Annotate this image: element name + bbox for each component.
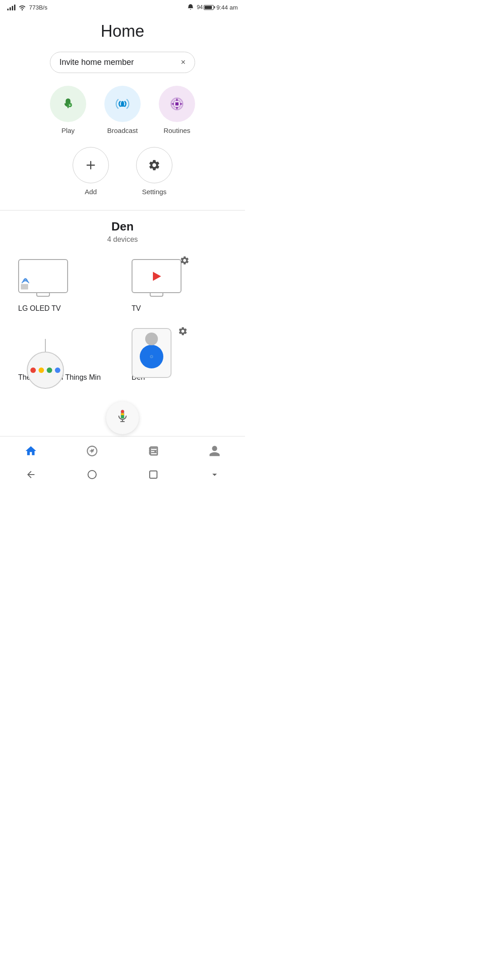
routines-action[interactable]: Routines bbox=[159, 86, 195, 134]
device-tv[interactable]: TV bbox=[122, 255, 236, 323]
nav-home-system[interactable] bbox=[87, 469, 98, 480]
nav-media[interactable] bbox=[138, 443, 169, 459]
mic-area bbox=[0, 402, 245, 434]
broadcast-circle bbox=[104, 86, 141, 122]
settings-action[interactable]: Settings bbox=[136, 147, 172, 196]
device-lg-oled-tv[interactable]: LG OLED TV bbox=[9, 255, 122, 323]
svg-point-19 bbox=[88, 470, 96, 479]
svg-rect-13 bbox=[121, 415, 124, 418]
mic-button[interactable] bbox=[106, 402, 139, 434]
nav-down[interactable] bbox=[209, 469, 220, 480]
signal-icon bbox=[7, 4, 15, 10]
den-icon bbox=[132, 328, 186, 369]
lg-oled-tv-icon bbox=[18, 259, 73, 300]
device-grid: LG OLED TV TV bbox=[0, 255, 245, 392]
room-section: Den 4 devices bbox=[0, 220, 245, 244]
section-divider bbox=[0, 210, 245, 211]
svg-rect-20 bbox=[150, 471, 157, 478]
play-label: Play bbox=[61, 127, 74, 134]
status-right: 94 9:44 am bbox=[187, 4, 238, 11]
invite-close-icon[interactable]: × bbox=[181, 58, 186, 67]
time: 9:44 am bbox=[216, 4, 238, 11]
lg-oled-tv-label: LG OLED TV bbox=[18, 304, 61, 313]
tv-icon bbox=[132, 259, 186, 300]
den-gear-icon bbox=[178, 326, 188, 336]
invite-pill-label: Invite home member bbox=[59, 58, 176, 67]
routines-label: Routines bbox=[163, 127, 190, 134]
svg-rect-12 bbox=[121, 413, 124, 416]
battery-icon: 94 bbox=[197, 4, 214, 10]
svg-rect-5 bbox=[21, 284, 28, 289]
nav-recents[interactable] bbox=[148, 469, 159, 480]
add-action[interactable]: Add bbox=[73, 147, 109, 196]
quick-actions-row: Play Broadcast bbox=[0, 86, 245, 134]
device-den[interactable]: Den bbox=[122, 323, 236, 392]
settings-circle bbox=[136, 147, 172, 183]
nav-discover[interactable] bbox=[77, 443, 108, 459]
nav-profile[interactable] bbox=[199, 443, 230, 459]
wifi-icon bbox=[18, 4, 26, 10]
system-nav bbox=[0, 464, 245, 487]
status-left: 773B/s bbox=[7, 4, 47, 11]
status-bar: 773B/s 94 9:44 am bbox=[0, 0, 245, 13]
bottom-nav bbox=[0, 436, 245, 464]
tv-gear-icon bbox=[180, 255, 190, 265]
svg-point-9 bbox=[151, 356, 152, 358]
nav-back[interactable] bbox=[25, 469, 36, 480]
invite-home-member-button[interactable]: Invite home member × bbox=[50, 52, 195, 73]
play-action[interactable]: Play bbox=[50, 86, 86, 134]
broadcast-action[interactable]: Broadcast bbox=[104, 86, 141, 134]
room-device-count: 4 devices bbox=[0, 235, 245, 244]
broadcast-label: Broadcast bbox=[107, 127, 138, 134]
svg-marker-6 bbox=[153, 272, 161, 281]
routines-circle bbox=[159, 86, 195, 122]
settings-label: Settings bbox=[142, 188, 167, 196]
network-speed: 773B/s bbox=[29, 4, 47, 11]
svg-point-3 bbox=[121, 101, 124, 104]
nav-home[interactable] bbox=[15, 443, 46, 459]
device-botany[interactable]: The Botany of Things Min bbox=[9, 323, 122, 392]
svg-rect-11 bbox=[121, 410, 124, 413]
add-circle bbox=[73, 147, 109, 183]
room-name: Den bbox=[0, 220, 245, 234]
add-label: Add bbox=[85, 188, 97, 196]
page-title: Home bbox=[0, 22, 245, 41]
secondary-actions-row: Add Settings bbox=[0, 147, 245, 196]
play-circle bbox=[50, 86, 86, 122]
tv-label: TV bbox=[132, 304, 141, 313]
alarm-icon bbox=[187, 4, 194, 11]
botany-icon bbox=[18, 328, 73, 369]
